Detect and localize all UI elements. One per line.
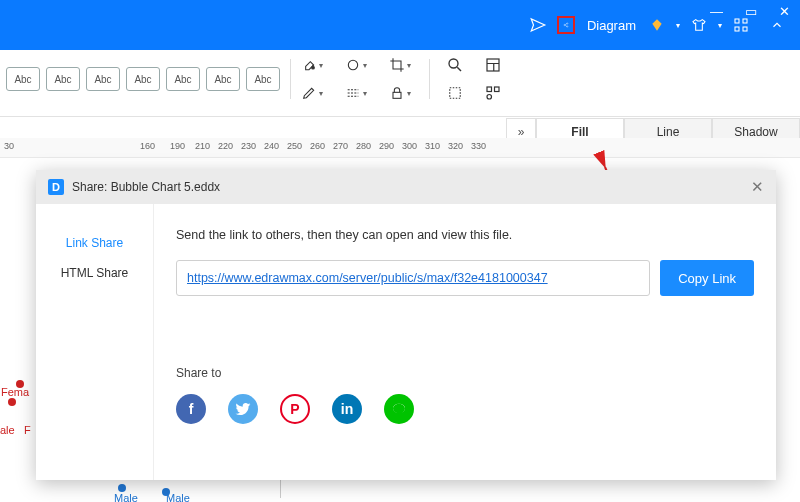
shape-style[interactable]: Abc	[246, 67, 280, 91]
data-label: Male	[166, 492, 190, 502]
ruler-tick: 280	[356, 141, 371, 151]
line-icon[interactable]	[384, 394, 414, 424]
pen-tool[interactable]: ▾	[301, 85, 331, 101]
shape-styles: Abc Abc Abc Abc Abc Abc Abc	[6, 67, 280, 91]
caret-icon[interactable]: ▾	[676, 21, 680, 30]
ruler-tick: 290	[379, 141, 394, 151]
separator	[429, 59, 430, 99]
ruler-tick: 220	[218, 141, 233, 151]
share-to-label: Share to	[176, 366, 754, 380]
facebook-icon[interactable]: f	[176, 394, 206, 424]
svg-rect-4	[743, 19, 747, 23]
svg-rect-10	[487, 59, 499, 71]
shape-style[interactable]: Abc	[46, 67, 80, 91]
svg-rect-11	[450, 88, 461, 99]
window-close[interactable]: ✕	[779, 4, 790, 19]
window-controls: — ▭ ✕	[710, 4, 790, 19]
dialog-header: D Share: Bubble Chart 5.eddx ✕	[36, 170, 776, 204]
svg-rect-8	[393, 92, 401, 98]
ruler-tick: 320	[448, 141, 463, 151]
svg-point-9	[449, 59, 458, 68]
ruler-tick: 30	[4, 141, 14, 151]
twitter-icon[interactable]	[228, 394, 258, 424]
share-url-field[interactable]: https://www.edrawmax.com/server/public/s…	[176, 260, 650, 296]
ruler-tick: 330	[471, 141, 486, 151]
tool-group-1: ▾ ▾ ▾ ▾ ▾ ▾	[301, 54, 419, 104]
ruler-tick: 160	[140, 141, 155, 151]
shape-style[interactable]: Abc	[126, 67, 160, 91]
ruler-tick: 260	[310, 141, 325, 151]
sidebar-html-share[interactable]: HTML Share	[36, 258, 153, 288]
data-label: Male	[114, 492, 138, 502]
share-description: Send the link to others, then they can o…	[176, 228, 754, 242]
fill-tool[interactable]: ▾	[301, 57, 331, 73]
shape-style[interactable]: Abc	[86, 67, 120, 91]
separator	[290, 59, 291, 99]
crop-tool[interactable]: ▾	[389, 57, 419, 73]
components-icon[interactable]	[484, 84, 510, 102]
share-icon[interactable]	[557, 16, 575, 34]
pinterest-icon[interactable]: P	[280, 394, 310, 424]
shape-tool[interactable]: ▾	[345, 57, 375, 73]
svg-rect-13	[495, 87, 500, 92]
linkedin-icon[interactable]: in	[332, 394, 362, 424]
ruler: 30 160 190 210 220 230 240 250 260 270 2…	[0, 138, 800, 158]
ruler-tick: 250	[287, 141, 302, 151]
data-label: ale	[0, 424, 15, 436]
ruler-tick: 300	[402, 141, 417, 151]
diagram-label[interactable]: Diagram	[587, 18, 636, 33]
svg-rect-5	[735, 27, 739, 31]
svg-rect-3	[735, 19, 739, 23]
ruler-tick: 190	[170, 141, 185, 151]
window-minimize[interactable]: —	[710, 4, 723, 19]
shape-style[interactable]: Abc	[166, 67, 200, 91]
svg-point-7	[348, 60, 357, 69]
ruler-tick: 230	[241, 141, 256, 151]
window-maximize[interactable]: ▭	[745, 4, 757, 19]
layout-icon[interactable]	[484, 56, 510, 74]
app-logo-icon: D	[48, 179, 64, 195]
link-row: https://www.edrawmax.com/server/public/s…	[176, 260, 754, 296]
ruler-tick: 240	[264, 141, 279, 151]
social-buttons: f P in	[176, 394, 754, 424]
line-style-tool[interactable]: ▾	[345, 85, 375, 101]
svg-rect-6	[743, 27, 747, 31]
shirt-icon[interactable]	[690, 16, 708, 34]
sidebar-link-share[interactable]: Link Share	[36, 228, 153, 258]
data-point[interactable]	[8, 398, 16, 406]
dialog-close[interactable]: ✕	[751, 178, 764, 196]
ruler-tick: 270	[333, 141, 348, 151]
search-icon[interactable]	[446, 56, 472, 74]
dialog-main: Send the link to others, then they can o…	[154, 204, 776, 480]
svg-rect-12	[487, 87, 492, 92]
tool-group-2	[446, 54, 510, 104]
copy-link-button[interactable]: Copy Link	[660, 260, 754, 296]
dialog-sidebar: Link Share HTML Share	[36, 204, 154, 480]
data-label: F	[24, 424, 31, 436]
data-point[interactable]	[118, 484, 126, 492]
send-icon[interactable]	[529, 16, 547, 34]
ruler-tick: 210	[195, 141, 210, 151]
caret-icon[interactable]: ▾	[718, 21, 722, 30]
ruler-tick: 310	[425, 141, 440, 151]
titlebar: — ▭ ✕ Diagram ▾ ▾	[0, 0, 800, 50]
shape-style[interactable]: Abc	[206, 67, 240, 91]
dialog-title: Share: Bubble Chart 5.eddx	[72, 180, 220, 194]
select-icon[interactable]	[446, 84, 472, 102]
data-label: Fema	[1, 386, 29, 398]
lock-tool[interactable]: ▾	[389, 85, 419, 101]
diamond-icon[interactable]	[648, 16, 666, 34]
svg-point-14	[487, 95, 492, 100]
dialog-body: Link Share HTML Share Send the link to o…	[36, 204, 776, 480]
shape-style[interactable]: Abc	[6, 67, 40, 91]
toolbar: Abc Abc Abc Abc Abc Abc Abc ▾ ▾ ▾ ▾ ▾ ▾	[0, 50, 800, 117]
share-dialog: D Share: Bubble Chart 5.eddx ✕ Link Shar…	[36, 170, 776, 480]
